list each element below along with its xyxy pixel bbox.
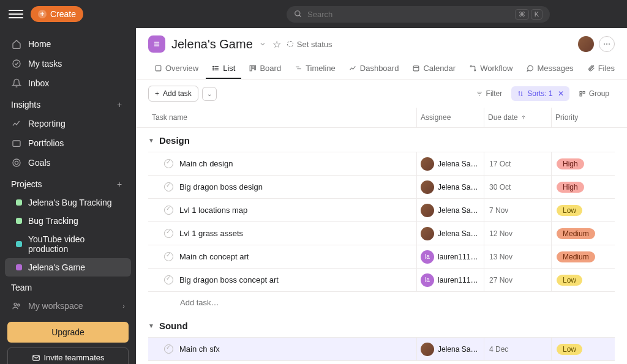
tab-workflow[interactable]: Workflow [463, 59, 519, 79]
plus-icon[interactable]: + [114, 99, 125, 110]
plus-icon: + [155, 89, 159, 98]
task-row[interactable]: Big dragon boss design Jelena Sam… 30 Oc… [148, 175, 615, 198]
tab-files[interactable]: Files [581, 59, 621, 79]
set-status-button[interactable]: Set status [287, 40, 332, 49]
nav-goals[interactable]: Goals [0, 153, 136, 173]
nav-workspace[interactable]: My workspace › [0, 296, 136, 316]
task-row[interactable]: Main ch sfx Jelena Sam… 4 Dec Low [148, 337, 615, 361]
complete-checkbox[interactable] [164, 206, 173, 215]
due-date-cell[interactable]: 13 Nov [484, 245, 551, 268]
task-row[interactable]: Main ch concept art lalauren111yo… 13 No… [148, 245, 615, 268]
task-row[interactable]: Big dragon boss concept art lalauren111y… [148, 268, 615, 291]
calendar-icon [412, 64, 420, 72]
svg-point-26 [470, 65, 471, 67]
svg-point-16 [213, 66, 214, 67]
priority-cell[interactable]: Medium [551, 245, 615, 268]
due-date-cell[interactable]: 30 Oct [484, 176, 551, 198]
search-box[interactable]: ⌘K [287, 6, 550, 23]
search-input[interactable] [307, 10, 510, 19]
sidebar-project-item[interactable]: YouTube video production [5, 230, 131, 258]
plus-icon[interactable]: + [114, 179, 125, 190]
sorts-button[interactable]: Sorts: 1 ✕ [511, 86, 569, 101]
sidebar-team-head[interactable]: Team [0, 277, 136, 296]
priority-cell[interactable]: Low [551, 338, 615, 360]
assignee-cell[interactable]: lalauren111yo… [416, 269, 484, 291]
svg-point-2 [13, 60, 20, 67]
star-icon[interactable]: ☆ [272, 39, 281, 50]
add-task-inline[interactable]: Add task… [148, 291, 615, 313]
priority-cell[interactable]: Low [551, 269, 615, 291]
priority-cell[interactable]: Medium [551, 222, 615, 245]
user-avatar[interactable] [578, 36, 594, 52]
task-row[interactable]: Lvl 1 grass assets Jelena Sam… 12 Nov Me… [148, 221, 615, 245]
sort-icon [517, 90, 524, 97]
menu-toggle-icon[interactable] [9, 7, 23, 21]
tab-board[interactable]: Board [242, 59, 287, 79]
complete-checkbox[interactable] [164, 159, 173, 168]
complete-checkbox[interactable] [164, 252, 173, 261]
invite-button[interactable]: Invite teammates [7, 347, 129, 364]
assignee-cell[interactable]: Jelena Sam… [416, 152, 484, 175]
add-task-dropdown[interactable]: ⌄ [202, 87, 217, 101]
nav-reporting[interactable]: Reporting [0, 114, 136, 133]
tab-timeline[interactable]: Timeline [288, 59, 342, 79]
more-button[interactable]: ⋯ [599, 36, 615, 52]
target-icon [11, 157, 22, 168]
nav-inbox[interactable]: Inbox [0, 73, 136, 93]
priority-cell[interactable]: High [551, 152, 615, 175]
filter-button[interactable]: Filter [470, 86, 508, 101]
nav-portfolios[interactable]: Portfolios [0, 133, 136, 153]
complete-checkbox[interactable] [164, 182, 173, 191]
nav-home[interactable]: Home [0, 34, 136, 54]
due-date-cell[interactable]: 12 Nov [484, 222, 551, 245]
task-row[interactable]: Main ch design Jelena Sam… 17 Oct High [148, 152, 615, 175]
task-row[interactable]: Lvl 1 locations map Jelena Sam… 7 Nov Lo… [148, 198, 615, 221]
overview-icon [154, 64, 162, 72]
add-tab-button[interactable]: + [622, 61, 627, 77]
priority-cell[interactable]: High [551, 176, 615, 198]
priority-cell[interactable]: Low [551, 199, 615, 221]
board-icon [249, 64, 257, 72]
project-title: Jelena's Game [171, 37, 253, 51]
tab-overview[interactable]: Overview [148, 59, 205, 79]
assignee-cell[interactable]: lalauren111yo… [416, 245, 484, 268]
section-header[interactable]: ▼Design [148, 128, 615, 152]
add-task-button[interactable]: + Add task [148, 86, 198, 102]
group-button[interactable]: Group [573, 86, 615, 101]
section-name: Design [159, 135, 190, 146]
nav-my-tasks[interactable]: My tasks [0, 54, 136, 73]
tab-dashboard[interactable]: Dashboard [343, 59, 405, 79]
due-date-cell[interactable]: 7 Nov [484, 199, 551, 221]
assignee-name: Jelena Sam… [438, 229, 480, 238]
due-date-cell[interactable]: 17 Oct [484, 152, 551, 175]
create-button[interactable]: + Create [31, 6, 83, 22]
sidebar-project-item[interactable]: Bug Tracking [5, 212, 131, 230]
title-dropdown-icon[interactable] [259, 40, 266, 48]
tab-calendar[interactable]: Calendar [406, 59, 462, 79]
svg-point-4 [13, 159, 20, 166]
tab-list[interactable]: List [206, 59, 241, 79]
due-date-cell[interactable]: 27 Nov [484, 269, 551, 291]
due-date-cell[interactable]: 4 Dec [484, 338, 551, 360]
complete-checkbox[interactable] [164, 344, 173, 354]
col-assignee[interactable]: Assignee [416, 108, 484, 127]
col-task-name[interactable]: Task name [148, 108, 416, 127]
tab-messages[interactable]: Messages [520, 59, 579, 79]
assignee-name: Jelena Sam… [438, 345, 480, 354]
sidebar-project-item[interactable]: Jelena's Game [5, 258, 131, 277]
sidebar-insights-head[interactable]: Insights + [0, 93, 136, 114]
assignee-cell[interactable]: Jelena Sam… [416, 338, 484, 360]
col-due-date[interactable]: Due date [484, 108, 551, 127]
assignee-cell[interactable]: Jelena Sam… [416, 176, 484, 198]
assignee-cell[interactable]: Jelena Sam… [416, 222, 484, 245]
complete-checkbox[interactable] [164, 229, 173, 238]
close-icon[interactable]: ✕ [558, 89, 564, 98]
col-priority[interactable]: Priority [551, 108, 615, 127]
assignee-cell[interactable]: Jelena Sam… [416, 199, 484, 221]
upgrade-button[interactable]: Upgrade [7, 322, 129, 343]
complete-checkbox[interactable] [164, 275, 173, 284]
search-shortcut: ⌘K [515, 9, 543, 20]
section-header[interactable]: ▼Sound [148, 313, 615, 337]
sidebar-project-item[interactable]: Jelena's Bug Tracking [5, 193, 131, 212]
sidebar-projects-head[interactable]: Projects + [0, 173, 136, 193]
